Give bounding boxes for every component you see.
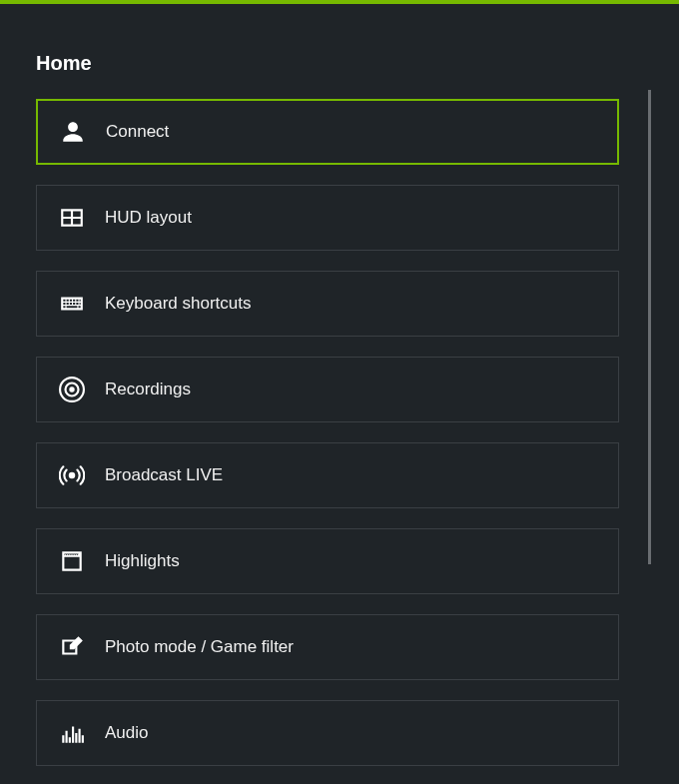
list-item-hud-layout[interactable]: HUD layout <box>36 185 619 251</box>
settings-list: Connect HUD layout Keyboard shortcuts Re… <box>36 99 643 766</box>
list-item-audio[interactable]: Audio <box>36 700 619 766</box>
page-title: Home <box>36 52 643 75</box>
list-item-label: Keyboard shortcuts <box>105 294 251 314</box>
svg-point-3 <box>69 472 76 479</box>
list-item-connect[interactable]: Connect <box>36 99 619 165</box>
keyboard-icon <box>59 291 85 317</box>
list-item-recordings[interactable]: Recordings <box>36 357 619 422</box>
list-item-keyboard-shortcuts[interactable]: Keyboard shortcuts <box>36 271 619 337</box>
list-item-label: Broadcast LIVE <box>105 465 223 485</box>
list-item-broadcast-live[interactable]: Broadcast LIVE <box>36 442 619 508</box>
list-item-label: Connect <box>106 122 169 142</box>
list-item-label: Audio <box>105 723 148 743</box>
hud-layout-icon <box>59 205 85 231</box>
photo-mode-icon <box>59 634 85 660</box>
svg-point-2 <box>69 387 74 392</box>
highlights-icon <box>59 548 85 574</box>
scrollbar[interactable] <box>648 90 651 564</box>
audio-icon <box>59 720 85 746</box>
list-item-label: Photo mode / Game filter <box>105 637 294 657</box>
list-item-highlights[interactable]: Highlights <box>36 528 619 594</box>
list-item-label: HUD layout <box>105 208 192 228</box>
list-item-label: Recordings <box>105 380 191 399</box>
recordings-icon <box>59 377 85 402</box>
broadcast-icon <box>59 462 85 488</box>
content-area: Home Connect HUD layout Keyboard shortcu… <box>0 4 679 766</box>
list-item-label: Highlights <box>105 551 180 571</box>
list-item-photo-mode[interactable]: Photo mode / Game filter <box>36 614 619 680</box>
user-icon <box>60 119 86 145</box>
